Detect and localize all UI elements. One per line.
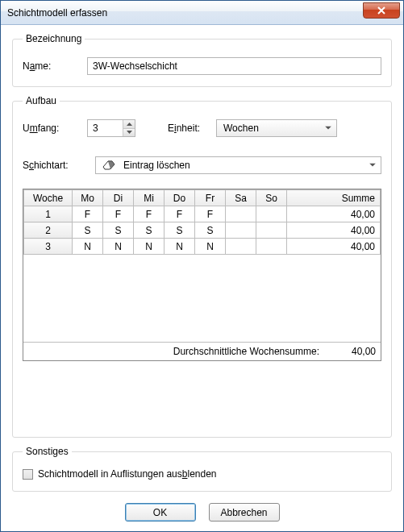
table-header-row: Woche Mo Di Mi Do Fr Sa So Summe (24, 190, 381, 206)
umfang-spinner[interactable] (87, 119, 135, 137)
group-aufbau: Aufbau Umfang: Einheit: Wochen Schich (12, 95, 392, 438)
cell-do[interactable]: F (165, 206, 195, 222)
cell-woche[interactable]: 1 (24, 206, 73, 222)
col-mo: Mo (73, 190, 103, 206)
table-row[interactable]: 1FFFFF40,00 (24, 206, 381, 222)
schichtart-select[interactable]: Eintrag löschen (95, 156, 381, 174)
chevron-down-icon (325, 127, 331, 131)
cell-mo[interactable]: F (73, 206, 103, 222)
legend-sonstiges: Sonstiges (23, 446, 72, 457)
ok-button[interactable]: OK (125, 503, 196, 522)
cell-summe[interactable]: 40,00 (287, 222, 381, 239)
legend-aufbau: Aufbau (23, 95, 60, 106)
cell-woche[interactable]: 2 (24, 222, 73, 239)
col-di: Di (103, 190, 134, 206)
chevron-down-icon (369, 164, 376, 168)
schedule-table[interactable]: Woche Mo Di Mi Do Fr Sa So Summe (23, 189, 381, 255)
col-fr: Fr (195, 190, 226, 206)
cell-di[interactable]: F (103, 206, 134, 222)
cell-so[interactable] (256, 222, 287, 239)
content-area: Bezeichnung Name: Aufbau Umfang: Einheit… (1, 25, 403, 531)
legend-bezeichnung: Bezeichnung (23, 33, 85, 44)
close-icon (377, 6, 386, 15)
col-sa: Sa (226, 190, 256, 206)
col-do: Do (165, 190, 195, 206)
schichtart-label: Schichtart: (23, 160, 95, 171)
col-summe: Summe (287, 190, 381, 206)
cell-so[interactable] (256, 206, 287, 222)
window-title: Schichtmodell erfassen (7, 7, 363, 19)
cell-so[interactable] (256, 239, 287, 255)
cell-mi[interactable]: F (134, 206, 165, 222)
hide-label: Schichtmodell in Auflistungen ausblenden (38, 468, 217, 480)
name-input[interactable] (87, 57, 381, 75)
einheit-value: Wochen (223, 123, 259, 134)
cell-di[interactable]: N (103, 239, 134, 255)
cell-mi[interactable]: S (134, 222, 165, 239)
cell-do[interactable]: S (165, 222, 195, 239)
average-row: Durchschnittliche Wochensumme: 40,00 (23, 342, 381, 360)
titlebar: Schichtmodell erfassen (1, 1, 403, 25)
name-label: Name: (23, 60, 87, 72)
umfang-spin-up[interactable] (123, 120, 135, 129)
einheit-select[interactable]: Wochen (216, 119, 337, 137)
cell-summe[interactable]: 40,00 (287, 206, 381, 222)
col-so: So (256, 190, 287, 206)
cell-di[interactable]: S (103, 222, 134, 239)
cell-sa[interactable] (226, 222, 256, 239)
button-bar: OK Abbrechen (12, 500, 392, 522)
table-row[interactable]: 3NNNNN40,00 (24, 239, 381, 255)
avg-value: 40,00 (352, 346, 376, 357)
eraser-icon (102, 160, 117, 170)
einheit-label: Einheit: (168, 123, 216, 134)
close-button[interactable] (363, 2, 400, 19)
cell-fr[interactable]: F (195, 206, 226, 222)
schichtart-value: Eintrag löschen (123, 160, 190, 171)
group-bezeichnung: Bezeichnung Name: (12, 33, 392, 87)
cell-sa[interactable] (226, 206, 256, 222)
avg-label: Durchschnittliche Wochensumme: (173, 346, 319, 357)
cell-mo[interactable]: N (73, 239, 103, 255)
cell-fr[interactable]: S (195, 222, 226, 239)
dialog-window: Schichtmodell erfassen Bezeichnung Name:… (0, 0, 404, 532)
hide-checkbox[interactable] (23, 469, 33, 480)
cell-sa[interactable] (226, 239, 256, 255)
cell-mo[interactable]: S (73, 222, 103, 239)
cell-mi[interactable]: N (134, 239, 165, 255)
umfang-label: Umfang: (23, 123, 87, 134)
cancel-button[interactable]: Abbrechen (209, 503, 280, 522)
col-mi: Mi (134, 190, 165, 206)
col-woche: Woche (24, 190, 73, 206)
table-row[interactable]: 2SSSSS40,00 (24, 222, 381, 239)
cell-do[interactable]: N (165, 239, 195, 255)
cell-woche[interactable]: 3 (24, 239, 73, 255)
umfang-spin-down[interactable] (123, 129, 135, 137)
group-sonstiges: Sonstiges Schichtmodell in Auflistungen … (12, 446, 392, 492)
cell-fr[interactable]: N (195, 239, 226, 255)
schedule-table-container: Woche Mo Di Mi Do Fr Sa So Summe (23, 189, 381, 361)
cell-summe[interactable]: 40,00 (287, 239, 381, 255)
